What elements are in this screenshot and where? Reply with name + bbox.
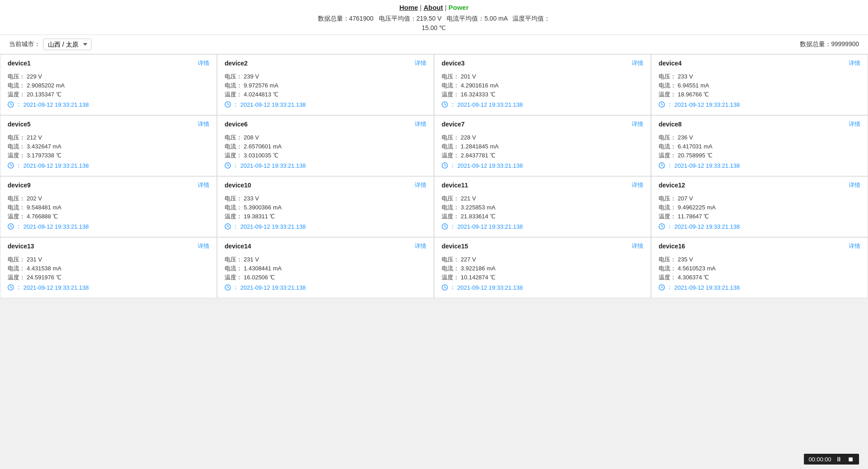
detail-link[interactable]: 详情 — [415, 59, 426, 67]
current-row: 电流： 1.2841845 mA — [442, 143, 643, 151]
current-row: 电流： 6.94551 mA — [659, 82, 860, 90]
card-body: 电压： 201 V 电流： 4.2901616 mA 温度： 16.324333… — [442, 73, 643, 109]
current-row: 电流： 9.548481 mA — [8, 204, 209, 212]
voltage-row: 电压： 233 V — [225, 195, 426, 203]
detail-link[interactable]: 详情 — [632, 59, 643, 67]
time-row: ： 2021-09-12 19:33:21.138 — [8, 222, 209, 230]
time-row: ： 2021-09-12 19:33:21.138 — [8, 283, 209, 291]
time-value: 2021-09-12 19:33:21.138 — [457, 284, 523, 291]
city-selector-area: 当前城市： 山西 / 太原 — [9, 39, 91, 50]
current-row: 电流： 3.432647 mA — [8, 143, 209, 151]
temp-value: 15.00 ℃ — [422, 24, 447, 31]
device-name: device7 — [442, 121, 464, 128]
card-header: device7 详情 — [442, 120, 643, 128]
right-total-label: 数据总量： — [800, 40, 831, 48]
time-row: ： 2021-09-12 19:33:21.138 — [8, 161, 209, 169]
detail-link[interactable]: 详情 — [849, 181, 860, 189]
voltage-row: 电压： 235 V — [659, 256, 860, 264]
device-card-9: device9 详情 电压： 202 V 电流： 9.548481 mA 温度：… — [0, 176, 217, 237]
colon-sep: ： — [667, 100, 673, 109]
svg-line-26 — [11, 226, 12, 227]
clock-icon — [659, 101, 665, 108]
time-row: ： 2021-09-12 19:33:21.138 — [659, 283, 860, 291]
current-row: 电流： 9.972576 mA — [225, 82, 426, 90]
clock-icon — [659, 223, 665, 230]
nav-home[interactable]: Home — [399, 4, 418, 11]
nav-power[interactable]: Power — [448, 4, 469, 11]
time-row: ： 2021-09-12 19:33:21.138 — [225, 222, 426, 230]
card-body: 电压： 233 V 电流： 5.3900366 mA 温度： 19.38311 … — [225, 195, 426, 230]
current-row: 电流： 9.4962225 mA — [659, 204, 860, 212]
device-card-12: device12 详情 电压： 207 V 电流： 9.4962225 mA 温… — [651, 176, 868, 237]
detail-link[interactable]: 详情 — [632, 181, 643, 189]
card-header: device2 详情 — [225, 59, 426, 67]
nav-about[interactable]: About — [424, 4, 443, 11]
temp-label: 温度平均值： — [512, 15, 550, 22]
detail-link[interactable]: 详情 — [632, 120, 643, 128]
card-body: 电压： 227 V 电流： 3.922186 mA 温度： 10.142874 … — [442, 256, 643, 291]
time-value: 2021-09-12 19:33:21.138 — [23, 162, 89, 169]
voltage-value: 219.50 V — [417, 15, 442, 22]
voltage-row: 电压： 208 V — [225, 134, 426, 142]
card-body: 电压： 212 V 电流： 3.432647 mA 温度： 3.1797338 … — [8, 134, 209, 169]
detail-link[interactable]: 详情 — [632, 242, 643, 250]
time-value: 2021-09-12 19:33:21.138 — [240, 162, 306, 169]
time-value: 2021-09-12 19:33:21.138 — [457, 223, 523, 230]
clock-icon — [225, 162, 231, 169]
card-body: 电压： 207 V 电流： 9.4962225 mA 温度： 11.78647 … — [659, 195, 860, 230]
clock-icon — [442, 101, 448, 108]
svg-line-20 — [445, 165, 446, 166]
card-header: device4 详情 — [659, 59, 860, 67]
device-card-11: device11 详情 电压： 221 V 电流： 3.225853 mA 温度… — [434, 176, 651, 237]
detail-link[interactable]: 详情 — [415, 120, 426, 128]
device-card-5: device5 详情 电压： 212 V 电流： 3.432647 mA 温度：… — [0, 115, 217, 176]
svg-line-32 — [445, 226, 446, 227]
voltage-row: 电压： 231 V — [225, 256, 426, 264]
temp-row: 温度： 2.8437781 ℃ — [442, 152, 643, 160]
card-header: device12 详情 — [659, 181, 860, 189]
total-value: 4761900 — [349, 15, 374, 22]
time-value: 2021-09-12 19:33:21.138 — [457, 101, 523, 108]
device-name: device15 — [442, 243, 468, 250]
detail-link[interactable]: 详情 — [198, 120, 209, 128]
device-card-8: device8 详情 电压： 236 V 电流： 6.417031 mA 温度：… — [651, 115, 868, 176]
svg-line-47 — [662, 287, 663, 288]
clock-icon — [8, 223, 14, 230]
card-body: 电压： 231 V 电流： 1.4308441 mA 温度： 16.02506 … — [225, 256, 426, 291]
colon-sep: ： — [233, 283, 239, 291]
voltage-label: 电压平均值： — [379, 15, 417, 22]
device-card-13: device13 详情 电压： 231 V 电流： 4.431538 mA 温度… — [0, 237, 217, 298]
current-row: 电流： 1.4308441 mA — [225, 265, 426, 273]
current-row: 电流： 4.2901616 mA — [442, 82, 643, 90]
current-row: 电流： 3.922186 mA — [442, 265, 643, 273]
detail-link[interactable]: 详情 — [198, 59, 209, 67]
voltage-row: 电压： 239 V — [225, 73, 426, 81]
detail-link[interactable]: 详情 — [849, 120, 860, 128]
card-header: device14 详情 — [225, 242, 426, 250]
voltage-row: 电压： 231 V — [8, 256, 209, 264]
city-select[interactable]: 山西 / 太原 — [43, 39, 91, 50]
svg-line-35 — [662, 226, 663, 227]
colon-sep: ： — [667, 222, 673, 230]
card-header: device6 详情 — [225, 120, 426, 128]
detail-link[interactable]: 详情 — [198, 181, 209, 189]
voltage-row: 电压： 212 V — [8, 134, 209, 142]
detail-link[interactable]: 详情 — [849, 242, 860, 250]
detail-link[interactable]: 详情 — [415, 242, 426, 250]
colon-sep: ： — [16, 222, 22, 230]
voltage-row: 电压： 227 V — [442, 256, 643, 264]
device-name: device1 — [8, 60, 30, 67]
colon-sep: ： — [450, 283, 456, 291]
detail-link[interactable]: 详情 — [849, 59, 860, 67]
temp-row: 温度： 24.591976 ℃ — [8, 274, 209, 282]
voltage-row: 电压： 207 V — [659, 195, 860, 203]
device-name: device8 — [659, 121, 681, 128]
time-row: ： 2021-09-12 19:33:21.138 — [225, 283, 426, 291]
temp-row: 温度： 19.38311 ℃ — [225, 213, 426, 221]
clock-icon — [659, 162, 665, 169]
detail-link[interactable]: 详情 — [415, 181, 426, 189]
temp-row: 温度： 20.135347 ℃ — [8, 91, 209, 99]
colon-sep: ： — [667, 283, 673, 291]
device-card-7: device7 详情 电压： 228 V 电流： 1.2841845 mA 温度… — [434, 115, 651, 176]
detail-link[interactable]: 详情 — [198, 242, 209, 250]
